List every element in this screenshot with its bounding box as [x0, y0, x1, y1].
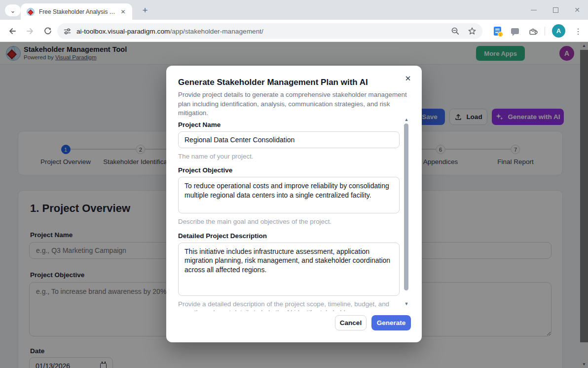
screen: ⌄ Free Stakeholder Analysis Tool | ✕ + ✕…: [0, 0, 588, 368]
forward-button[interactable]: [23, 24, 37, 39]
tab-favicon-icon: [27, 8, 35, 16]
modal-scroll-up-icon[interactable]: ▲: [404, 117, 409, 122]
reload-icon: [43, 27, 52, 36]
tab-close-icon[interactable]: ✕: [119, 7, 127, 16]
browser-menu-icon[interactable]: ⋮: [571, 24, 585, 38]
bookmark-star-icon[interactable]: [468, 27, 477, 36]
page-viewport: Stakeholder Management Tool Powered by V…: [0, 42, 588, 368]
modal-project-name-helper: The name of your project.: [178, 152, 400, 161]
new-tab-button[interactable]: +: [139, 4, 151, 16]
reload-button[interactable]: [40, 24, 55, 39]
modal-description: Provide project details to generate a co…: [178, 90, 409, 118]
modal-detailed-description-textarea[interactable]: This initiative includes infrastructure …: [178, 243, 400, 296]
modal-project-objective-helper: Describe the main goal and objectives of…: [178, 217, 400, 226]
modal-scroll-down-icon[interactable]: ▼: [404, 301, 409, 306]
zoom-out-icon[interactable]: [451, 27, 460, 36]
modal-project-objective-textarea[interactable]: To reduce operational costs and improve …: [178, 177, 400, 213]
site-settings-icon[interactable]: [63, 27, 72, 36]
forward-arrow-icon: [26, 27, 35, 36]
window-minimize-button[interactable]: [523, 0, 545, 20]
back-button[interactable]: [5, 24, 20, 39]
cancel-button[interactable]: Cancel: [335, 315, 367, 330]
window-close-button[interactable]: ✕: [566, 0, 588, 20]
modal-project-name-input[interactable]: [178, 131, 400, 148]
tab-search-chevron-icon[interactable]: ⌄: [5, 4, 21, 16]
window-controls: ✕: [523, 0, 588, 20]
toolbar-separator: [545, 27, 545, 36]
modal-detailed-description-label: Detailed Project Description: [178, 232, 400, 240]
browser-profile-avatar[interactable]: A: [552, 24, 565, 38]
window-maximize-button[interactable]: [545, 0, 566, 20]
browser-tab[interactable]: Free Stakeholder Analysis Tool | ✕: [21, 3, 132, 20]
browser-toolbar: ai-toolbox.visual-paradigm.com/app/stake…: [0, 20, 588, 42]
generate-button[interactable]: Generate: [371, 315, 411, 330]
modal-project-objective-label: Project Objective: [178, 166, 400, 174]
modal-detailed-description-helper: Provide a detailed description of the pr…: [178, 300, 400, 311]
address-bar[interactable]: ai-toolbox.visual-paradigm.com/app/stake…: [57, 23, 482, 39]
url-text: ai-toolbox.visual-paradigm.com/app/stake…: [76, 28, 263, 35]
tab-strip: ⌄ Free Stakeholder Analysis Tool | ✕ + ✕: [0, 0, 588, 20]
chat-extension-icon[interactable]: [508, 24, 522, 38]
docs-extension-icon[interactable]: ↓: [490, 24, 504, 38]
modal-footer: Cancel Generate: [335, 315, 411, 330]
modal-title: Generate Stakeholder Management Plan wit…: [178, 78, 368, 87]
modal-scrollbar-thumb[interactable]: [404, 123, 408, 290]
tab-title: Free Stakeholder Analysis Tool |: [39, 8, 115, 15]
modal-project-name-label: Project Name: [178, 121, 400, 128]
back-arrow-icon: [8, 27, 17, 36]
modal-form-scroll-area: Project Name The name of your project. P…: [178, 121, 400, 311]
modal-close-icon[interactable]: ✕: [402, 73, 414, 84]
extensions-puzzle-icon[interactable]: [526, 24, 540, 38]
generate-plan-modal: Generate Stakeholder Management Plan wit…: [166, 66, 422, 342]
